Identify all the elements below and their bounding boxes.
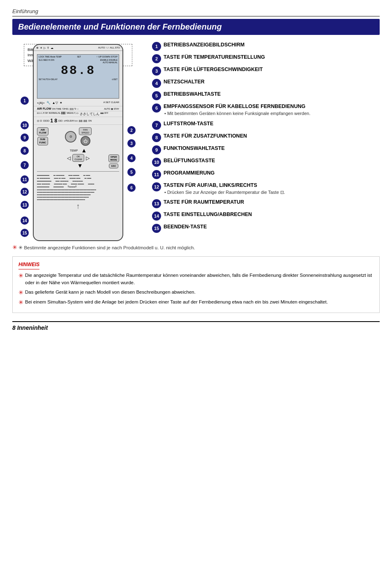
remote-display: LOCK TIME Mode TEMP SET ↑ UP DOWN STOP S…	[37, 54, 119, 99]
hinweis-cross-1: ✳	[18, 272, 23, 286]
hinweis-title: HINWEIS	[18, 261, 39, 269]
hinweis-cross-3: ✳	[18, 299, 23, 306]
item-badge-8: 8	[152, 133, 161, 142]
item-row: 15 BEENDEN-TASTE	[152, 223, 380, 233]
item-badge-13: 13	[152, 199, 161, 208]
badge-11: 11	[21, 175, 29, 184]
item-title-7: LUFTSTROM-TASTE	[164, 120, 213, 127]
badge-4: 4	[127, 154, 136, 162]
item-row: 6 EMPFANGSSENSOR FÜR KABELLOSE FERNBEDIE…	[152, 103, 380, 117]
item-badge-10: 10	[152, 158, 161, 167]
item-badge-7: 7	[152, 121, 161, 130]
item-badge-6: 6	[152, 104, 161, 113]
item-badge-14: 14	[152, 212, 161, 221]
hinweis-item-2: ✳ Das gelieferte Gerät kann je nach Mode…	[18, 289, 374, 296]
item-title-8: TASTE FÜR ZUSATZFUNKTIONEN	[164, 133, 247, 139]
item-row: 7 LUFTSTROM-TASTE	[152, 120, 380, 130]
badge-13: 13	[21, 201, 29, 209]
hinweis-cross-2: ✳	[18, 289, 23, 296]
hinweis-item-1: ✳ Die angezeigte Temperatur und die tats…	[18, 272, 374, 286]
badge-9: 9	[21, 133, 29, 142]
badge-10: 10	[21, 121, 29, 129]
item-sub-12: • Drücken Sie zur Anzeige der Raumtemper…	[164, 189, 285, 196]
item-title-10: BELÜFTUNGSTASTE	[164, 157, 215, 164]
item-row: 4 NETZSCHALTER	[152, 78, 380, 88]
item-row: 5 BETRIEBSWAHLTASTE	[152, 91, 380, 100]
badge-2: 2	[127, 126, 136, 134]
items-list: 1 BETRIEBSANZEIGEBILDSCHIRM 2 TASTE FÜR …	[152, 41, 380, 236]
item-title-5: BETRIEBSWAHLTASTE	[164, 91, 221, 97]
badge-5: 5	[127, 168, 136, 176]
item-title-15: BEENDEN-TASTE	[164, 223, 207, 230]
page-header: Einführung	[12, 8, 380, 16]
item-row: 10 BELÜFTUNGSTASTE	[152, 157, 380, 167]
badge-1: 1	[21, 97, 29, 105]
item-badge-2: 2	[152, 54, 161, 63]
badge-3: 3	[127, 139, 136, 147]
item-row: 1 BETRIEBSANZEIGEBILDSCHIRM	[152, 41, 380, 51]
item-row: 14 TASTE EINSTELLUNG/ABBRECHEN	[152, 211, 380, 221]
item-row: 8 TASTE FÜR ZUSATZFUNKTIONEN	[152, 133, 380, 142]
item-badge-12: 12	[152, 182, 161, 191]
note-text: ✳ ✳ Bestimmte angezeigte Funktionen sind…	[12, 244, 380, 251]
item-title-4: NETZSCHALTER	[164, 78, 205, 85]
item-badge-1: 1	[152, 42, 161, 51]
item-title-14: TASTE EINSTELLUNG/ABBRECHEN	[164, 211, 252, 218]
item-sub-6: • Mit bestimmten Geräten können keine Fu…	[164, 110, 310, 117]
item-title-1: BETRIEBSANZEIGEBILDSCHIRM	[164, 41, 244, 48]
item-badge-9: 9	[152, 145, 161, 154]
temp-display: 88.8	[37, 64, 119, 77]
item-title-13: TASTE FÜR RAUMTEMPERATUR	[164, 199, 244, 205]
hinweis-section: HINWEIS ✳ Die angezeigte Temperatur und …	[12, 256, 380, 313]
item-title-9: FUNKTIONSWAHLTASTE	[164, 145, 225, 152]
item-row: 13 TASTE FÜR RAUMTEMPERATUR	[152, 199, 380, 208]
remote-body: ❄☀▷⇑☁ AUTO ↑↓↑ ALL.STO LOCK TIME Mode TE…	[33, 44, 123, 241]
item-title-2: TASTE FÜR TEMPERATUREINSTELLUNG	[164, 54, 265, 60]
badge-8: 8	[21, 147, 29, 155]
badge-7: 7	[21, 161, 29, 169]
item-badge-15: 15	[152, 224, 161, 233]
item-row: 3 TASTE FÜR LÜFTERGESCHWINDIGKEIT	[152, 66, 380, 76]
item-badge-5: 5	[152, 91, 161, 100]
item-row: 11 PROGRAMMIERUNG	[152, 170, 380, 179]
item-badge-11: 11	[152, 170, 161, 179]
item-badge-4: 4	[152, 79, 161, 88]
item-title-11: PROGRAMMIERUNG	[164, 170, 214, 176]
item-row: 12 TASTEN FÜR AUF/AB, LINKS/RECHTS • Drü…	[152, 182, 380, 196]
remote-diagram-area: 1 10 9 8 7 11 12 13 14 15 2 3 4 5 6 ❄☀▷⇑…	[12, 41, 144, 236]
badge-6: 6	[127, 184, 136, 192]
section-title: Bedienelemente und Funktionen der Fernbe…	[12, 19, 380, 35]
item-row: 9 FUNKTIONSWAHLTASTE	[152, 145, 380, 154]
hinweis-item-3: ✳ Bei einem Simultan-System wird die Anl…	[18, 299, 374, 306]
item-badge-3: 3	[152, 67, 161, 76]
note-section: ✳ ✳ Bestimmte angezeigte Funktionen sind…	[12, 244, 380, 251]
item-row: 2 TASTE FÜR TEMPERATUREINSTELLUNG	[152, 54, 380, 63]
item-title-6: EMPFANGSSENSOR FÜR KABELLOSE FERNBEDIENU…	[164, 103, 310, 110]
badge-12: 12	[21, 188, 29, 196]
item-title-12: TASTEN FÜR AUF/AB, LINKS/RECHTS	[164, 182, 285, 189]
badge-14: 14	[21, 216, 29, 225]
item-title-3: TASTE FÜR LÜFTERGESCHWINDIGKEIT	[164, 66, 263, 73]
badge-15: 15	[21, 229, 29, 237]
page-footer: 8 Inneninheit	[12, 321, 380, 331]
